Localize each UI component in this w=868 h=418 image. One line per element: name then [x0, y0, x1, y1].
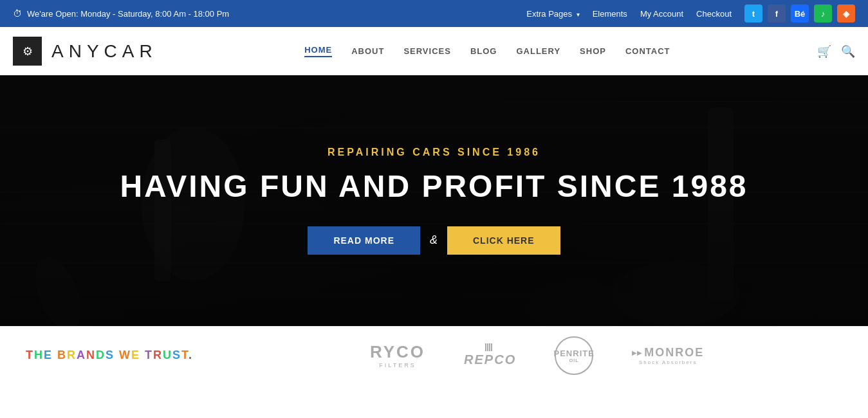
brand-logos-list: RYCO FILTERS Repco PENRITE OIL ▶▶ MONROE…	[232, 336, 842, 375]
cart-icon[interactable]: 🛒	[817, 44, 831, 59]
brands-section: THE BRANDS WE TRUST. RYCO FILTERS Repco …	[0, 326, 868, 384]
header-action-icons: 🛒 🔍	[817, 44, 855, 59]
nav-blog[interactable]: BLOG	[470, 46, 497, 56]
hero-title: HAVING FUN AND PROFIT SINCE 1988	[120, 170, 748, 204]
hero-subtitle: REPAIRING CARS SINCE 1986	[120, 147, 748, 158]
site-logo[interactable]: ANYCAR	[51, 41, 158, 62]
click-here-button[interactable]: Click Here	[447, 226, 560, 255]
repco-brand: Repco	[464, 343, 516, 367]
extra-pages-link[interactable]: Extra Pages ▾	[526, 9, 579, 19]
hours-text: We'are Open: Monday - Saturday, 8:00 Am …	[27, 9, 229, 19]
hero-content: REPAIRING CARS SINCE 1986 HAVING FUN AND…	[120, 147, 748, 255]
monroe-brand: ▶▶ MONROE Shock Absorbers	[632, 346, 704, 365]
svg-rect-7	[0, 262, 868, 264]
svg-rect-2	[0, 101, 868, 102]
svg-rect-3	[0, 127, 868, 129]
spotify-social-btn[interactable]: ♪	[814, 5, 832, 23]
read-more-button[interactable]: Read More	[308, 226, 420, 255]
ampersand-separator: &	[430, 233, 438, 247]
dropdown-arrow-icon: ▾	[577, 11, 580, 18]
facebook-social-btn[interactable]: f	[768, 5, 786, 23]
settings-gear-button[interactable]: ⚙	[13, 37, 42, 66]
social-links: t f Bé ♪ ◈	[744, 5, 855, 23]
behance-social-btn[interactable]: Bé	[791, 5, 809, 23]
rss-social-btn[interactable]: ◈	[837, 5, 855, 23]
nav-home[interactable]: HOME	[304, 45, 332, 57]
top-bar-right: Extra Pages ▾ Elements My Account Checko…	[526, 5, 855, 23]
elements-link[interactable]: Elements	[593, 9, 627, 19]
my-account-link[interactable]: My Account	[640, 9, 683, 19]
top-bar-left: ⏱ We'are Open: Monday - Saturday, 8:00 A…	[13, 8, 229, 19]
checkout-link[interactable]: Checkout	[696, 9, 732, 19]
nav-contact[interactable]: CONTACT	[625, 46, 670, 56]
main-navigation: HOME ABOUT SERVICES BLOG GALLERY SHOP CO…	[304, 45, 670, 57]
twitter-social-btn[interactable]: t	[744, 5, 762, 23]
svg-point-13	[611, 262, 740, 326]
site-header: ⚙ ANYCAR HOME ABOUT SERVICES BLOG GALLER…	[0, 27, 868, 75]
nav-shop[interactable]: SHOP	[580, 46, 606, 56]
svg-rect-1	[0, 75, 868, 77]
nav-about[interactable]: ABOUT	[351, 46, 384, 56]
gear-icon: ⚙	[23, 44, 33, 59]
hero-buttons: Read More & Click Here	[120, 226, 748, 255]
nav-gallery[interactable]: GALLERY	[516, 46, 560, 56]
brands-title: THE BRANDS WE TRUST.	[26, 349, 193, 362]
nav-services[interactable]: SERVICES	[403, 46, 451, 56]
hero-section: REPAIRING CARS SINCE 1986 HAVING FUN AND…	[0, 75, 868, 326]
ryco-brand: RYCO FILTERS	[370, 342, 425, 368]
top-bar: ⏱ We'are Open: Monday - Saturday, 8:00 A…	[0, 0, 868, 27]
top-bar-nav: Extra Pages ▾ Elements My Account Checko…	[526, 9, 732, 19]
svg-point-14	[528, 281, 631, 326]
svg-point-12	[26, 251, 89, 326]
header-left: ⚙ ANYCAR	[13, 37, 158, 66]
search-icon[interactable]: 🔍	[841, 44, 855, 59]
svg-rect-8	[0, 294, 868, 295]
clock-icon: ⏱	[13, 8, 22, 19]
penrite-brand: PENRITE OIL	[555, 336, 593, 375]
